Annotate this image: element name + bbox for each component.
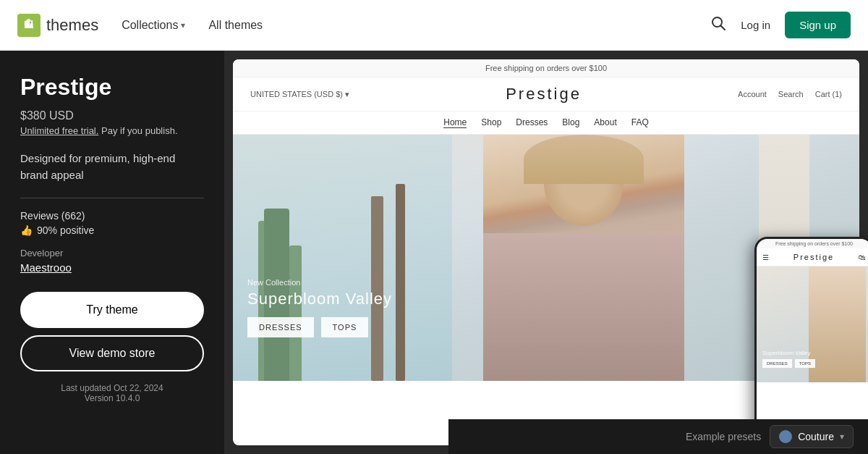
store-logo: Prestige [506, 85, 582, 104]
theme-title: Prestige [20, 74, 204, 101]
store-search: Search [778, 90, 804, 98]
logo[interactable]: themes [17, 14, 98, 37]
nav-right: Log in Sign up [710, 12, 851, 38]
divider [20, 198, 204, 198]
search-icon[interactable] [710, 15, 726, 35]
reviews-section: Reviews (662) 👍 90% positive [20, 210, 204, 236]
preset-dot-icon [779, 430, 792, 443]
store-menu-about[interactable]: About [594, 117, 616, 128]
last-updated: Last updated Oct 22, 2024 Version 10.4.0 [20, 383, 204, 403]
mobile-logo: Prestige [793, 253, 834, 261]
trial-info: Unlimited free trial. Pay if you publish… [20, 125, 204, 136]
store-region: UNITED STATES (USD $) ▾ [250, 90, 349, 99]
store-nav: UNITED STATES (USD $) ▾ Prestige Account… [233, 77, 859, 112]
shopify-bag-icon [17, 14, 41, 37]
mobile-hero-buttons: DRESSES TOPS [762, 359, 815, 368]
theme-description: Designed for premium, high-end brand app… [20, 151, 204, 183]
collections-nav-link[interactable]: Collections ▾ [122, 19, 185, 32]
mobile-hero-title: Superbloom Valley [762, 350, 815, 356]
hero-collection-label: New Collection [247, 278, 392, 287]
preset-name: Couture [798, 431, 834, 442]
hero-tops-button[interactable]: TOPS [321, 317, 369, 337]
developer-name[interactable]: Maestrooo [20, 261, 72, 274]
store-announcement: Free shipping on orders over $100 [233, 59, 859, 77]
login-button[interactable]: Log in [741, 19, 770, 31]
mobile-menu-icon[interactable]: ☰ [762, 253, 769, 261]
trial-link[interactable]: Unlimited free trial. [20, 125, 98, 136]
try-theme-button[interactable]: Try theme [20, 292, 204, 328]
thumbs-up-icon: 👍 [20, 224, 33, 236]
mobile-tops-btn[interactable]: TOPS [795, 359, 815, 368]
hero-buttons: DRESSES TOPS [247, 317, 392, 337]
theme-price: $380 USD [20, 109, 204, 122]
view-demo-button[interactable]: View demo store [20, 335, 204, 371]
developer-label: Developer [20, 248, 204, 258]
store-nav-right: Account Search Cart (1) [738, 90, 842, 98]
mobile-header: ☰ Prestige 🛍 [757, 248, 868, 266]
mobile-hero: Superbloom Valley DRESSES TOPS [757, 266, 868, 382]
top-nav: themes Collections ▾ All themes Log in S… [0, 0, 868, 51]
store-menu: Home Shop Dresses Blog About FAQ [233, 112, 859, 135]
all-themes-nav-link[interactable]: All themes [208, 19, 263, 32]
chevron-down-icon: ▾ [181, 20, 185, 30]
store-account: Account [738, 90, 767, 98]
store-menu-home[interactable]: Home [443, 117, 467, 128]
store-menu-dresses[interactable]: Dresses [516, 117, 548, 128]
reviews-count: Reviews (662) [20, 210, 204, 222]
mobile-dresses-btn[interactable]: DRESSES [762, 359, 792, 368]
preset-selector[interactable]: Couture ▾ [770, 425, 854, 448]
logo-text: themes [46, 16, 98, 35]
mobile-hero-woman [809, 266, 867, 382]
preview-area: Free shipping on orders over $100 UNITED… [224, 51, 868, 454]
mobile-cart-icon[interactable]: 🛍 [859, 253, 866, 261]
store-cart: Cart (1) [815, 90, 842, 98]
hero-title: Superbloom Valley [247, 290, 392, 308]
example-presets-label: Example presets [686, 431, 761, 442]
hero-overlay: New Collection Superbloom Valley DRESSES… [247, 278, 392, 337]
nav-left: themes Collections ▾ All themes [17, 14, 263, 37]
hero-dresses-button[interactable]: DRESSES [247, 317, 314, 337]
developer-section: Developer Maestrooo [20, 248, 204, 274]
positive-rating: 👍 90% positive [20, 224, 204, 236]
store-menu-shop[interactable]: Shop [481, 117, 501, 128]
mobile-hero-text: Superbloom Valley DRESSES TOPS [762, 350, 815, 368]
signup-button[interactable]: Sign up [785, 12, 851, 38]
store-menu-blog[interactable]: Blog [562, 117, 579, 128]
main-layout: Prestige $380 USD Unlimited free trial. … [0, 51, 868, 454]
sidebar: Prestige $380 USD Unlimited free trial. … [0, 51, 224, 454]
svg-line-2 [721, 26, 726, 30]
preset-chevron-icon: ▾ [840, 432, 844, 442]
bottom-bar: Example presets Couture ▾ [448, 419, 868, 454]
mobile-announcement: Free shipping on orders over $100 [757, 239, 868, 248]
store-menu-faq[interactable]: FAQ [631, 117, 649, 128]
